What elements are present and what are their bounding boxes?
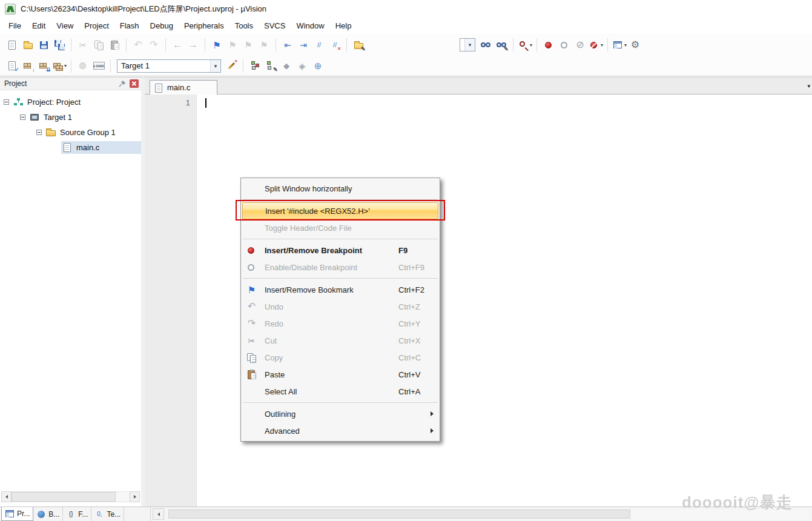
context-menu-item-split-window-horizontally[interactable]: Split Window horizontally (242, 180, 438, 197)
software-packs-button[interactable]: ◈ (294, 58, 310, 74)
context-menu-item-paste[interactable]: PasteCtrl+V (242, 366, 438, 383)
tab-overflow-icon[interactable]: ▾ (807, 83, 810, 89)
context-menu-item-outlining[interactable]: Outlining (242, 405, 438, 422)
copy-button[interactable] (91, 37, 107, 53)
indent-left-button[interactable]: ⇤ (280, 37, 295, 53)
quick-find-button[interactable]: ▾ (517, 37, 533, 53)
pin-icon[interactable] (117, 79, 127, 88)
menu-window[interactable]: Window (291, 18, 329, 33)
chevron-down-icon[interactable]: ▾ (624, 42, 627, 48)
find-text-combo[interactable]: ▾ (460, 38, 475, 51)
tree-item-source-group-1[interactable]: Source Group 1 (0, 125, 141, 140)
manage-project-items-button[interactable]: ✎ (263, 58, 279, 74)
close-icon[interactable] (130, 79, 139, 88)
menu-flash[interactable]: Flash (114, 18, 145, 33)
bottom-panel-tabs: Pr...B...{}F...0,Te... (0, 507, 150, 521)
panel-tab-pr[interactable]: Pr... (1, 507, 33, 521)
stop-build-button[interactable] (75, 58, 91, 74)
tree-expander-icon[interactable] (4, 99, 9, 105)
context-menu-item-insert-include-regx52-h[interactable]: Insert '#include <REGX52.H>' (242, 202, 438, 219)
menu-debug[interactable]: Debug (145, 18, 179, 33)
build-target-button[interactable]: ↓ (20, 58, 36, 74)
scrollbar-track[interactable] (12, 491, 130, 502)
clear-bookmarks-button[interactable]: ⚑ (256, 37, 272, 53)
menu-svcs[interactable]: SVCS (259, 18, 291, 33)
kill-all-breakpoints-button[interactable]: ▾ (588, 37, 604, 53)
download-button[interactable]: LOAD (91, 58, 107, 74)
scroll-left-icon[interactable] (1, 491, 12, 502)
save-all-button[interactable] (51, 37, 67, 53)
context-menu-item-redo[interactable]: ↷RedoCtrl+Y (242, 315, 438, 332)
insert-bookmark-button[interactable]: ⚑ (209, 37, 225, 53)
menu-project[interactable]: Project (79, 18, 114, 33)
flash-configure-button[interactable]: ◆ (279, 58, 294, 74)
cut-button[interactable]: ✂ (75, 37, 91, 53)
editor-scroll-left-icon[interactable] (153, 508, 164, 520)
paste-button[interactable] (107, 37, 122, 53)
scrollbar-thumb[interactable] (12, 492, 116, 502)
project-panel-scrollbar[interactable] (1, 491, 140, 502)
context-menu-item-undo[interactable]: ↶UndoCtrl+Z (242, 298, 438, 315)
chevron-down-icon[interactable]: ▾ (464, 39, 475, 51)
translate-file-button[interactable]: ✓ (4, 58, 20, 74)
context-menu-item-advanced[interactable]: Advanced (242, 422, 438, 439)
comment-selection-button[interactable]: // (311, 37, 327, 53)
context-menu-item-enable-disable-breakpoint[interactable]: Enable/Disable BreakpointCtrl+F9 (242, 259, 438, 276)
menu-help[interactable]: Help (330, 18, 357, 33)
context-menu-item-insert-remove-breakpoint[interactable]: Insert/Remove BreakpointF9 (242, 242, 438, 259)
save-button[interactable] (36, 37, 51, 53)
editor-scrollbar-track[interactable] (167, 509, 809, 519)
panel-tab-te[interactable]: 0,Te... (91, 507, 124, 521)
manage-rte-button[interactable] (247, 58, 263, 74)
previous-bookmark-button[interactable]: ⚑ (225, 37, 240, 53)
context-menu-item-select-all[interactable]: Select AllCtrl+A (242, 383, 438, 400)
editor-tab-main-c[interactable]: main.c (150, 80, 217, 95)
batch-build-button[interactable]: ▾ (51, 58, 67, 74)
enable-breakpoint-button[interactable] (556, 37, 572, 53)
target-select-combo[interactable]: Target 1▾ (117, 59, 221, 73)
options-for-target-button[interactable]: * (223, 58, 239, 74)
menu-tools[interactable]: Tools (229, 18, 259, 33)
panel-tab-b[interactable]: B... (33, 507, 63, 521)
incremental-find-button[interactable]: ✎ (493, 37, 509, 53)
menu-view[interactable]: View (51, 18, 79, 33)
chevron-down-icon[interactable]: ▾ (210, 60, 220, 72)
chevron-down-icon[interactable]: ▾ (64, 63, 67, 68)
functions-tab-icon: {} (66, 509, 76, 519)
redo-button[interactable]: ↷ (146, 37, 162, 53)
context-menu-item-toggle-header-code-file[interactable]: Toggle Header/Code File (242, 219, 438, 236)
tree-item-project-project[interactable]: Project: Project (0, 95, 141, 110)
indent-right-button[interactable]: ⇥ (295, 37, 311, 53)
pack-installer-button[interactable]: ⊕ (310, 58, 326, 74)
tree-expander-icon[interactable] (20, 114, 25, 120)
open-file-button[interactable] (20, 37, 36, 53)
menu-peripherals[interactable]: Peripherals (179, 18, 229, 33)
window-layout-button[interactable]: ▾ (612, 37, 627, 53)
new-file-button[interactable] (4, 37, 20, 53)
editor-scrollbar[interactable] (150, 507, 812, 521)
menu-edit[interactable]: Edit (27, 18, 51, 33)
find-in-files-button[interactable] (478, 37, 493, 53)
disable-all-breakpoints-button[interactable]: ⊘ (572, 37, 588, 53)
next-bookmark-button[interactable]: ⚑ (240, 37, 256, 53)
menu-file[interactable]: File (3, 18, 27, 33)
tree-expander-icon[interactable] (36, 130, 42, 135)
rebuild-all-button[interactable]: ⇊ (36, 58, 51, 74)
scroll-right-icon[interactable] (130, 491, 140, 502)
navigate-forward-button[interactable]: → (185, 37, 201, 53)
panel-tab-f[interactable]: {}F... (63, 507, 91, 521)
context-menu-item-copy[interactable]: CopyCtrl+C (242, 349, 438, 366)
chevron-down-icon[interactable]: ▾ (530, 42, 532, 48)
document-options-button[interactable]: ✎ (351, 37, 366, 53)
undo-button[interactable]: ↶ (130, 37, 146, 53)
insert-breakpoint-button[interactable] (541, 37, 556, 53)
context-menu-item-insert-remove-bookmark[interactable]: ⚑Insert/Remove BookmarkCtrl+F2 (242, 281, 438, 298)
tree-item-target-1[interactable]: Target 1 (0, 110, 141, 125)
tree-item-main-c[interactable]: main.c (0, 140, 141, 155)
chevron-down-icon[interactable]: ▾ (601, 42, 603, 48)
editor-scrollbar-thumb[interactable] (168, 509, 630, 519)
context-menu-item-cut[interactable]: ✂CutCtrl+X (242, 332, 438, 349)
navigate-back-button[interactable]: ← (170, 37, 185, 53)
configure-uvision-button[interactable]: ⚙ (627, 37, 643, 53)
uncomment-selection-button[interactable]: //✕ (327, 37, 343, 53)
